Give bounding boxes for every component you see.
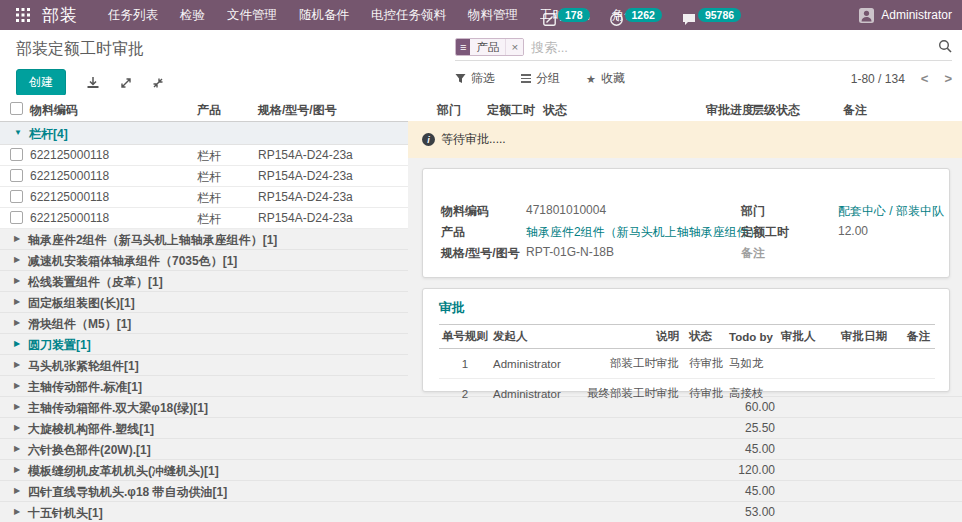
app-name[interactable]: 部装 xyxy=(42,4,78,27)
caret-right-icon xyxy=(14,234,20,243)
favorites-label: 收藏 xyxy=(601,70,625,87)
group-row[interactable]: 四针直线导轨机头.φ18 带自动供油[1] 45.00 xyxy=(0,481,962,502)
search-input[interactable] xyxy=(531,40,938,55)
alert-text: 等待审批..... xyxy=(441,131,506,148)
caret-right-icon xyxy=(14,486,20,495)
select-all-checkbox[interactable] xyxy=(10,102,23,115)
cell-todo-by: 高接枝 xyxy=(727,379,779,409)
group-label: 大旋梭机构部件.塑线[1] xyxy=(28,421,154,438)
group-sum-hours: 45.00 xyxy=(690,442,775,456)
menu-material-management[interactable]: 物料管理 xyxy=(468,7,518,24)
group-row[interactable]: 六针换色部件(20W).[1] 45.00 xyxy=(0,439,962,460)
row-checkbox[interactable] xyxy=(10,211,23,224)
group-label: 马头机张紧轮组件[1] xyxy=(28,358,139,375)
notes-count-badge[interactable]: 178 xyxy=(558,8,590,22)
create-button[interactable]: 创建 xyxy=(16,69,66,96)
group-label: 主轴传动箱部件.双大梁φ18(绿)[1] xyxy=(28,400,208,417)
col-level-state[interactable]: 层级状态 xyxy=(752,102,800,119)
facet-close-icon[interactable]: × xyxy=(505,39,523,55)
avatar-icon xyxy=(858,7,875,24)
col-department[interactable]: 部门 xyxy=(437,102,461,119)
cell-approval-date xyxy=(839,379,905,409)
collapse-icon[interactable] xyxy=(152,77,164,89)
caret-right-icon xyxy=(14,318,20,327)
spec-value: RPT-01G-N-18B xyxy=(526,245,614,259)
user-name: Administrator xyxy=(881,8,952,22)
systray: 178 1262 95786 xyxy=(543,0,741,30)
search-icon[interactable] xyxy=(938,39,952,56)
systray-notes[interactable]: 178 xyxy=(543,5,590,26)
menu-file-management[interactable]: 文件管理 xyxy=(227,7,277,24)
caret-right-icon xyxy=(14,507,20,516)
department-link[interactable]: 配套中心 / 部装中队 xyxy=(838,203,944,220)
funnel-icon xyxy=(455,73,466,84)
col-state[interactable]: 状态 xyxy=(543,102,567,119)
cell-description: 部装工时审批 xyxy=(575,349,681,379)
systray-activities[interactable]: 1262 xyxy=(610,5,662,26)
expand-icon[interactable] xyxy=(120,77,132,89)
cell-spec: RP154A-D24-23a xyxy=(258,190,353,204)
search-facet-product[interactable]: ≡ 产品 × xyxy=(455,38,524,56)
approval-table: 单号规则 发起人 说明 状态 Todo by 审批人 审批日期 备注 1 Adm… xyxy=(439,324,935,408)
col-approval-progress[interactable]: 审批进度 xyxy=(706,102,754,119)
pager-prev-icon[interactable]: < xyxy=(921,71,929,86)
cell-product: 栏杆 xyxy=(197,190,221,207)
activities-count-badge[interactable]: 1262 xyxy=(625,8,662,22)
caret-right-icon xyxy=(14,339,20,348)
group-label: 固定板组装图(长)[1] xyxy=(28,295,135,312)
group-label: 滑块组件（M5）[1] xyxy=(28,316,131,333)
pager-range: 1-80 / 134 xyxy=(851,72,905,86)
filters-button[interactable]: 筛选 xyxy=(455,70,495,87)
systray-messages[interactable]: 95786 xyxy=(682,5,741,26)
col-seq-rule: 单号规则 xyxy=(439,325,491,349)
search-bar: ≡ 产品 × xyxy=(455,38,952,61)
col-initiator: 发起人 xyxy=(491,325,575,349)
menu-inspection[interactable]: 检验 xyxy=(180,7,205,24)
cell-spec: RP154A-D24-23a xyxy=(258,148,353,162)
row-checkbox[interactable] xyxy=(10,190,23,203)
group-row[interactable]: 十五针机头[1] 53.00 xyxy=(0,502,962,522)
group-row[interactable]: 模板缝纫机皮革机机头(冲缝机头)[1] 120.00 xyxy=(0,460,962,481)
pager-next-icon[interactable]: > xyxy=(944,71,952,86)
cell-status: 待审批 xyxy=(681,349,727,379)
col-approver: 审批人 xyxy=(779,325,839,349)
groupby-button[interactable]: 分组 xyxy=(521,70,560,87)
product-link[interactable]: 轴承座件2组件（新马头机上轴轴承座组件） xyxy=(526,224,761,241)
group-label: 十五针机头[1] xyxy=(28,505,103,522)
chat-icon xyxy=(682,13,696,26)
cell-description: 最终部装工时审批 xyxy=(575,379,681,409)
user-menu[interactable]: Administrator xyxy=(858,0,952,30)
caret-right-icon xyxy=(14,444,20,453)
col-std-hours[interactable]: 定额工时 xyxy=(487,102,535,119)
menu-electric-picking[interactable]: 电控任务领料 xyxy=(371,7,446,24)
filters-label: 筛选 xyxy=(471,70,495,87)
group-sum-hours: 45.00 xyxy=(690,484,775,498)
row-checkbox[interactable] xyxy=(10,148,23,161)
group-row[interactable]: 大旋梭机构部件.塑线[1] 25.50 xyxy=(0,418,962,439)
row-checkbox[interactable] xyxy=(10,169,23,182)
group-label: 圆刀装置[1] xyxy=(28,337,91,354)
std-hours-label: 定额工时 xyxy=(741,224,789,241)
filter-toolbar: 筛选 分组 收藏 1-80 / 134 < > xyxy=(455,70,952,87)
favorites-button[interactable]: 收藏 xyxy=(586,70,625,87)
messages-count-badge[interactable]: 95786 xyxy=(698,8,741,22)
menu-spare-parts[interactable]: 随机备件 xyxy=(299,7,349,24)
col-material-code[interactable]: 物料编码 xyxy=(30,102,78,119)
col-product[interactable]: 产品 xyxy=(197,102,221,119)
group-label: 六针换色部件(20W).[1] xyxy=(28,442,151,459)
col-spec[interactable]: 规格/型号/图号 xyxy=(258,102,337,119)
menu-task-list[interactable]: 任务列表 xyxy=(108,7,158,24)
cell-approver xyxy=(779,379,839,409)
info-icon: i xyxy=(422,133,435,146)
col-note[interactable]: 备注 xyxy=(843,102,867,119)
department-label: 部门 xyxy=(741,203,765,220)
apps-grid-icon[interactable] xyxy=(16,8,30,22)
caret-right-icon xyxy=(14,276,20,285)
star-icon xyxy=(586,72,596,86)
export-icon[interactable] xyxy=(86,76,100,90)
cell-approver xyxy=(779,349,839,379)
cell-code: 622125000118 xyxy=(30,148,109,162)
approval-row: 1 Administrator 部装工时审批 待审批 马如龙 xyxy=(439,349,935,379)
cell-code: 622125000118 xyxy=(30,211,109,225)
group-label: 四针直线导轨机头.φ18 带自动供油[1] xyxy=(28,484,227,501)
